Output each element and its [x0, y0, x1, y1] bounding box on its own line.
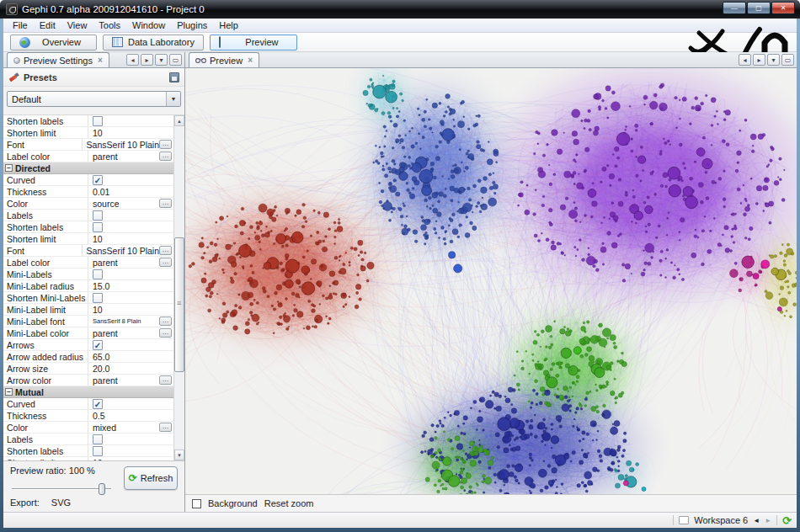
tab-preview[interactable]: Preview	[210, 35, 297, 51]
property-value[interactable]: 10	[93, 128, 173, 138]
tab-maximize-button[interactable]: ▭	[169, 54, 182, 66]
minimize-button[interactable]: —	[723, 2, 746, 14]
presets-icon	[8, 72, 19, 82]
globe-icon	[19, 37, 30, 48]
property-value[interactable]: 15.0	[93, 281, 173, 291]
menu-tools[interactable]: Tools	[93, 19, 126, 32]
tab-data-laboratory[interactable]: Data Laboratory	[103, 35, 204, 51]
property-value[interactable]: SansSerif 10 Plain	[87, 140, 159, 150]
tab-overview[interactable]: Overview	[10, 35, 97, 51]
property-value[interactable]: 0.5	[93, 411, 173, 421]
property-label: Thickness	[3, 187, 88, 197]
slider-handle[interactable]	[99, 483, 105, 495]
update-center-icon[interactable]: ⟳	[782, 515, 792, 526]
reset-zoom-button[interactable]: Reset zoom	[264, 498, 314, 508]
tab-scroll-left-button[interactable]: ◂	[126, 54, 139, 66]
tab-scroll-left-button[interactable]: ◂	[739, 54, 751, 66]
background-label: Background	[208, 498, 258, 508]
shorten-mini-labels-checkbox[interactable]	[93, 293, 103, 303]
arrows-checkbox[interactable]: ✓	[93, 340, 103, 350]
preview-settings-dock: Preview Settings × ◂ ▸ ▾ ▭ Presets	[3, 52, 185, 512]
menu-help[interactable]: Help	[213, 19, 244, 32]
property-label: Arrow color	[3, 375, 88, 386]
menu-window[interactable]: Window	[126, 19, 171, 32]
close-tab-icon[interactable]: ×	[248, 56, 253, 65]
preset-combobox[interactable]: Default ▼	[7, 91, 181, 107]
property-value[interactable]: mixed	[93, 423, 159, 433]
title-bar[interactable]: Gephi 0.7 alpha 200912041610 - Project 0…	[0, 0, 800, 19]
table-icon	[112, 37, 123, 47]
ellipsis-button[interactable]: …	[159, 328, 172, 338]
labels-checkbox[interactable]	[93, 434, 103, 444]
shorten-labels-checkbox[interactable]	[93, 446, 103, 456]
section-directed[interactable]: −Directed	[3, 162, 173, 174]
export-svg-button[interactable]: SVG	[51, 497, 71, 508]
tab-preview-settings[interactable]: Preview Settings ×	[7, 52, 109, 67]
property-value[interactable]: 0.01	[93, 187, 173, 197]
preview-ratio-slider[interactable]	[12, 483, 111, 495]
ellipsis-button[interactable]: …	[159, 199, 172, 208]
refresh-button[interactable]: ⟳ Refresh	[124, 466, 178, 490]
setting-row-thickness: Thickness0.5	[3, 410, 173, 422]
ellipsis-button[interactable]: …	[159, 317, 172, 326]
property-value[interactable]: SansSerif 10 Plain	[87, 246, 159, 256]
collapse-icon[interactable]: −	[5, 164, 13, 172]
setting-row-arrow-color: Arrow colorparent…	[3, 375, 173, 386]
shorten-labels-checkbox[interactable]	[93, 222, 103, 232]
tab-preview-view[interactable]: Preview ×	[189, 52, 259, 67]
property-value[interactable]: 10	[93, 305, 173, 315]
property-value[interactable]: parent	[93, 152, 159, 162]
menu-file[interactable]: File	[7, 19, 34, 32]
menu-edit[interactable]: Edit	[34, 19, 61, 32]
status-bar: Workspace 6 ◄ ► ⟳	[3, 512, 797, 528]
scroll-down-icon[interactable]: ▼	[174, 450, 184, 460]
menu-plugins[interactable]: Plugins	[171, 19, 213, 32]
combo-arrow-icon[interactable]: ▼	[166, 92, 180, 106]
workspace-prev-button[interactable]: ◄	[753, 517, 760, 524]
background-checkbox[interactable]	[192, 499, 201, 508]
workspace-next-button[interactable]: ►	[765, 517, 771, 524]
property-label: Color	[3, 423, 88, 433]
tab-list-button[interactable]: ▾	[767, 54, 780, 66]
property-value[interactable]: SansSerif 8 Plain	[93, 317, 159, 325]
collapse-icon[interactable]: −	[5, 388, 13, 396]
property-label: Shorten Mini-Labels	[3, 293, 88, 303]
setting-row-labels: Labels	[3, 210, 173, 221]
property-value-cell: 20.0	[88, 363, 173, 374]
maximize-button[interactable]: ▢	[747, 2, 771, 14]
app-icon	[6, 3, 18, 15]
curved-checkbox[interactable]: ✓	[93, 175, 103, 185]
property-value[interactable]: 65.0	[93, 352, 173, 362]
section-mutual[interactable]: −Mutual	[3, 386, 173, 398]
property-value-cell: 10	[88, 127, 173, 138]
ellipsis-button[interactable]: …	[159, 152, 172, 161]
graph-canvas[interactable]	[185, 68, 797, 495]
ellipsis-button[interactable]: …	[159, 246, 172, 255]
tab-list-button[interactable]: ▾	[155, 54, 168, 66]
scroll-up-icon[interactable]: ▲	[174, 115, 184, 126]
tab-scroll-right-button[interactable]: ▸	[141, 54, 153, 66]
save-preset-icon[interactable]	[169, 72, 179, 82]
ellipsis-button[interactable]: …	[159, 140, 172, 149]
curved-checkbox[interactable]: ✓	[93, 399, 103, 409]
property-value-cell	[88, 210, 173, 221]
ellipsis-button[interactable]: …	[159, 375, 172, 385]
shorten-labels-checkbox[interactable]	[93, 116, 103, 126]
property-value[interactable]: parent	[93, 375, 159, 386]
tab-scroll-right-button[interactable]: ▸	[753, 54, 765, 66]
tab-maximize-button[interactable]: ▭	[781, 54, 794, 66]
ellipsis-button[interactable]: …	[159, 258, 172, 267]
mini-labels-checkbox[interactable]	[93, 269, 103, 279]
labels-checkbox[interactable]	[93, 210, 103, 221]
property-value[interactable]: parent	[93, 328, 159, 338]
close-tab-icon[interactable]: ×	[98, 56, 103, 65]
ellipsis-button[interactable]: …	[159, 423, 172, 432]
menu-view[interactable]: View	[61, 19, 93, 32]
property-value[interactable]: 20.0	[93, 364, 173, 374]
close-button[interactable]: ✕	[771, 2, 795, 14]
property-value[interactable]: parent	[93, 258, 159, 268]
settings-scrollbar[interactable]: ▲ ▼	[173, 115, 184, 460]
scrollbar-thumb[interactable]	[174, 237, 184, 372]
property-value[interactable]: source	[93, 199, 159, 209]
property-value[interactable]: 10	[93, 234, 173, 244]
